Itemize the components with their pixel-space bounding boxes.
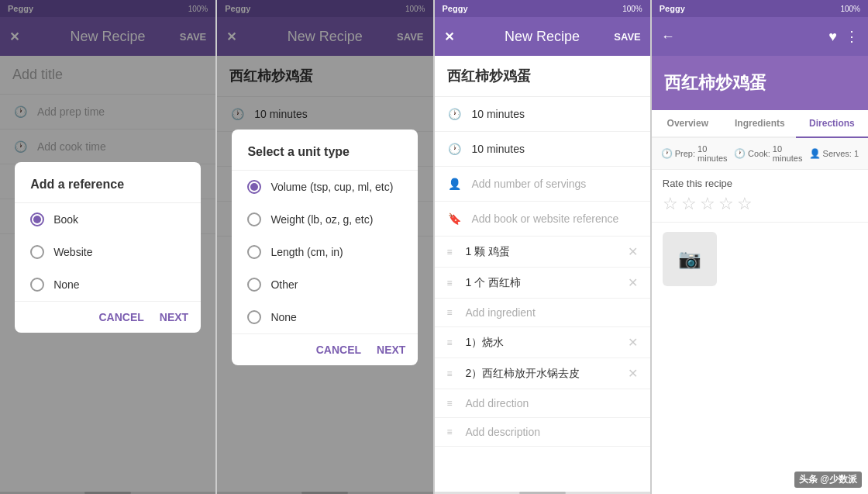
- phone-panel-3: Peggy 100% ✕ New Recipe SAVE 西红柿炒鸡蛋 🕐 10…: [435, 0, 651, 494]
- reference-row-3[interactable]: 🔖 Add book or website reference: [435, 202, 650, 237]
- description-row[interactable]: ≡ Add description: [435, 418, 650, 447]
- modal-option-none[interactable]: None: [15, 268, 201, 301]
- modal-box-2: Select a unit type Volume (tsp, cup, ml,…: [232, 130, 418, 365]
- drag-handle-2: ≡: [447, 278, 460, 288]
- modal-option-none2[interactable]: None: [232, 301, 418, 333]
- modal-option-length[interactable]: Length (cm, in): [232, 236, 418, 268]
- modal-option-book[interactable]: Book: [15, 203, 201, 236]
- ingredient-row-2[interactable]: ≡ 1 个 西红柿 ✕: [435, 268, 650, 299]
- option-length-label: Length (cm, in): [270, 246, 343, 258]
- cook-time-row-3[interactable]: 🕐 10 minutes: [435, 132, 650, 167]
- ingredient-row-1[interactable]: ≡ 1 颗 鸡蛋 ✕: [435, 237, 650, 268]
- save-button-3[interactable]: SAVE: [610, 31, 641, 43]
- next-button-1[interactable]: NEXT: [160, 311, 188, 323]
- modal-actions-1: CANCEL NEXT: [15, 301, 201, 333]
- radio-book[interactable]: [30, 212, 44, 226]
- servings-row-3[interactable]: 👤 Add number of servings: [435, 167, 650, 202]
- prep-time-text-3: 10 minutes: [472, 108, 525, 120]
- option-other-label: Other: [270, 278, 298, 291]
- meta-serves: 👤 Serves: 1: [809, 148, 859, 159]
- radio-website[interactable]: [30, 245, 44, 259]
- direction-text-2: 2）西红柿放开水锅去皮: [466, 367, 622, 381]
- drag-handle-dir-2: ≡: [447, 368, 460, 379]
- modal-option-weight[interactable]: Weight (lb, oz, g, etc): [232, 203, 418, 236]
- camera-icon: 📷: [678, 248, 701, 270]
- rate-label: Rate this recipe: [663, 178, 857, 189]
- option-none2-label: None: [270, 311, 296, 323]
- star-1[interactable]: ☆: [663, 194, 678, 214]
- recipe-meta: 🕐 Prep: 10 minutes 🕐 Cook: 10 minutes 👤 …: [652, 138, 868, 170]
- modal-option-volume[interactable]: Volume (tsp, cup, ml, etc): [232, 171, 418, 203]
- cancel-button-2[interactable]: CANCEL: [316, 344, 361, 356]
- cancel-button-1[interactable]: CANCEL: [98, 311, 143, 323]
- drag-handle-dir-1: ≡: [447, 337, 460, 348]
- radio-volume[interactable]: [247, 180, 261, 194]
- star-3[interactable]: ☆: [700, 194, 715, 214]
- radio-weight[interactable]: [247, 212, 261, 226]
- drag-handle-3: ≡: [447, 307, 460, 318]
- star-4[interactable]: ☆: [718, 194, 734, 214]
- person-icon-3: 👤: [447, 176, 463, 192]
- option-weight-label: Weight (lb, oz, g, etc): [270, 213, 373, 226]
- more-icon-4[interactable]: ⋮: [845, 28, 859, 45]
- radio-inner-book: [33, 216, 41, 223]
- radio-none[interactable]: [30, 278, 44, 292]
- back-button-4[interactable]: ←: [661, 29, 675, 45]
- drag-handle-1: ≡: [447, 247, 460, 257]
- status-bar-4: Peggy 100%: [652, 0, 868, 17]
- status-bar-3: Peggy 100%: [435, 0, 650, 17]
- modal-title-1: Add a reference: [15, 178, 201, 203]
- rate-section: Rate this recipe ☆ ☆ ☆ ☆ ☆: [652, 170, 868, 223]
- watermark: 头条 @少数派: [794, 472, 862, 488]
- delete-direction-2[interactable]: ✕: [628, 366, 638, 381]
- phone-panel-4: Peggy 100% ← ♥ ⋮ 西红柿炒鸡蛋 Overview Ingredi…: [652, 0, 868, 494]
- direction-row-1[interactable]: ≡ 1）烧水 ✕: [435, 327, 650, 358]
- radio-other[interactable]: [247, 278, 261, 292]
- cook-time-text-3: 10 minutes: [472, 143, 525, 155]
- recipe-hero-title: 西红柿炒鸡蛋: [664, 71, 856, 95]
- drag-handle-dir-3: ≡: [447, 398, 460, 409]
- reference-text-3: Add book or website reference: [472, 212, 619, 225]
- add-direction-row[interactable]: ≡ Add direction: [435, 389, 650, 418]
- delete-direction-1[interactable]: ✕: [628, 335, 638, 350]
- option-none-label: None: [53, 278, 79, 291]
- modal-overlay-2: Select a unit type Volume (tsp, cup, ml,…: [217, 0, 432, 494]
- description-text: Add description: [466, 426, 638, 438]
- ingredient-text-1: 1 颗 鸡蛋: [466, 245, 622, 259]
- add-ingredient-text: Add ingredient: [466, 306, 638, 319]
- star-rating[interactable]: ☆ ☆ ☆ ☆ ☆: [663, 194, 857, 214]
- modal-option-other[interactable]: Other: [232, 268, 418, 301]
- title-input-3[interactable]: 西红柿炒鸡蛋: [435, 56, 650, 97]
- tab-directions[interactable]: Directions: [796, 110, 868, 138]
- tab-ingredients[interactable]: Ingredients: [724, 110, 796, 138]
- top-bar-3: ✕ New Recipe SAVE: [435, 17, 650, 56]
- phone-panel-1: Peggy 100% ✕ New Recipe SAVE Add title 🕐…: [0, 0, 216, 494]
- status-icons-3: 100%: [622, 5, 642, 13]
- tab-overview[interactable]: Overview: [652, 110, 724, 138]
- serves-value: 1: [854, 149, 859, 158]
- close-button-3[interactable]: ✕: [444, 29, 475, 44]
- top-bar-4: ← ♥ ⋮: [652, 17, 868, 56]
- star-5[interactable]: ☆: [737, 194, 753, 214]
- delete-ingredient-1[interactable]: ✕: [628, 244, 638, 259]
- next-button-2[interactable]: NEXT: [377, 344, 405, 356]
- prep-time-row-3[interactable]: 🕐 10 minutes: [435, 97, 650, 132]
- add-ingredient-row[interactable]: ≡ Add ingredient: [435, 299, 650, 327]
- modal-option-website[interactable]: Website: [15, 236, 201, 268]
- photo-placeholder[interactable]: 📷: [663, 232, 717, 286]
- prep-clock-icon: 🕐: [661, 148, 673, 159]
- serves-person-icon: 👤: [809, 148, 821, 159]
- direction-text-1: 1）烧水: [466, 336, 622, 350]
- delete-ingredient-2[interactable]: ✕: [628, 275, 638, 290]
- bookmark-icon-3: 🔖: [447, 211, 463, 226]
- direction-row-2[interactable]: ≡ 2）西红柿放开水锅去皮 ✕: [435, 358, 650, 389]
- star-2[interactable]: ☆: [681, 194, 697, 214]
- radio-none2[interactable]: [247, 310, 261, 324]
- status-icons-4: 100%: [840, 5, 860, 13]
- form-area-3: 西红柿炒鸡蛋 🕐 10 minutes 🕐 10 minutes 👤 Add n…: [435, 56, 650, 492]
- radio-length[interactable]: [247, 245, 261, 259]
- recipe-tabs: Overview Ingredients Directions: [652, 110, 868, 138]
- heart-icon-4[interactable]: ♥: [828, 29, 837, 45]
- prep-value: 10 minutes: [698, 144, 728, 163]
- modal-box-1: Add a reference Book Website None CANCEL…: [15, 162, 201, 333]
